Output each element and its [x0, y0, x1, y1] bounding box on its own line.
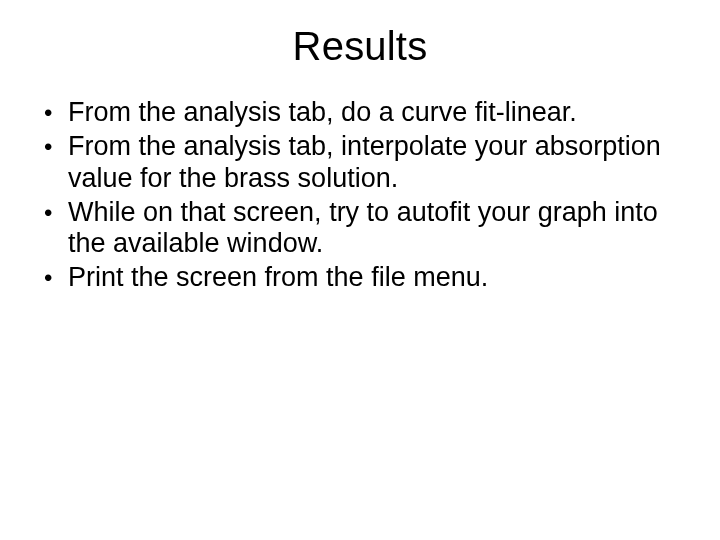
list-item: From the analysis tab, interpolate your … [40, 131, 680, 195]
bullet-list: From the analysis tab, do a curve fit-li… [40, 97, 680, 294]
list-item: Print the screen from the file menu. [40, 262, 680, 294]
slide: Results From the analysis tab, do a curv… [0, 0, 720, 540]
list-item: While on that screen, try to autofit you… [40, 197, 680, 261]
slide-title: Results [40, 24, 680, 69]
list-item: From the analysis tab, do a curve fit-li… [40, 97, 680, 129]
